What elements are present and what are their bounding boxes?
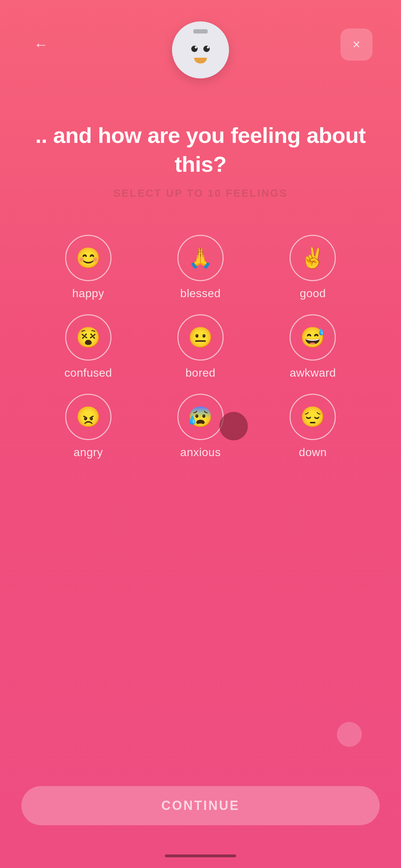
feeling-circle-blessed: 🙏 [177,235,224,281]
feeling-circle-anxious: 😰 [177,394,224,440]
feeling-label-happy: happy [72,287,104,300]
feeling-item-confused[interactable]: 😵confused [36,314,141,379]
feeling-item-down[interactable]: 😔down [260,394,365,459]
feeling-circle-angry: 😠 [65,394,111,440]
home-indicator [165,854,236,857]
feeling-label-confused: confused [64,366,112,379]
feeling-circle-bored: 😐 [177,314,224,361]
close-icon: × [353,38,360,51]
feeling-item-happy[interactable]: 😊happy [36,235,141,300]
feelings-grid: 😊happy🙏blessed✌️good😵confused😐bored😅awkw… [0,213,401,473]
top-bar: ← × [0,0,401,68]
continue-button[interactable]: CONTINUE [21,786,380,825]
continue-section: CONTINUE [0,786,401,825]
feeling-label-angry: angry [73,446,103,459]
feeling-circle-down: 😔 [290,394,336,440]
drag-indicator[interactable] [219,412,248,440]
feeling-item-bored[interactable]: 😐bored [148,314,253,379]
title-section: .. and how are you feeling about this? S… [0,103,401,206]
subtitle: SELECT UP TO 10 FEELINGS [28,187,373,199]
feeling-label-down: down [299,446,327,459]
feeling-item-good[interactable]: ✌️good [260,235,365,300]
feeling-item-angry[interactable]: 😠angry [36,394,141,459]
feeling-label-blessed: blessed [180,287,221,300]
back-button[interactable]: ← [28,32,53,57]
feeling-item-blessed[interactable]: 🙏blessed [148,235,253,300]
close-button[interactable]: × [340,29,373,61]
robot-avatar [172,21,229,78]
feeling-circle-good: ✌️ [290,235,336,281]
back-arrow-icon: ← [34,37,48,53]
feeling-circle-awkward: 😅 [290,314,336,361]
feeling-label-good: good [300,287,326,300]
feeling-item-awkward[interactable]: 😅awkward [260,314,365,379]
feeling-label-anxious: anxious [180,446,221,459]
feeling-circle-happy: 😊 [65,235,111,281]
feeling-label-bored: bored [186,366,215,379]
feeling-circle-confused: 😵 [65,314,111,361]
feeling-label-awkward: awkward [290,366,336,379]
main-title: .. and how are you feeling about this? [28,121,373,179]
decorative-circle [337,722,362,747]
